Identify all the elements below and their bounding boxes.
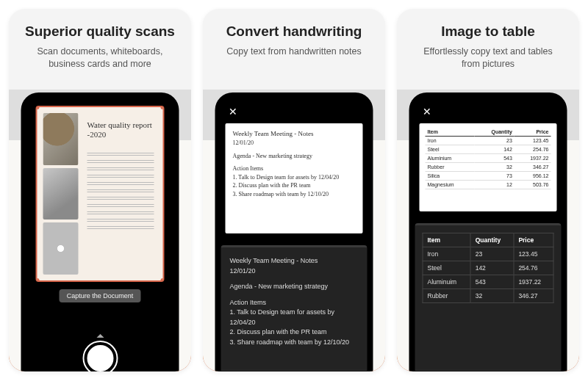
table-row: Rubber32346.27 — [426, 163, 551, 172]
doc-image-thumb — [43, 168, 79, 220]
table-row: Silica73956.12 — [426, 172, 551, 181]
extracted-table: Item Quantity Price Iron23123.45Steel142… — [423, 233, 554, 303]
cell-qty: 12 — [474, 181, 514, 189]
hw-item: 1. Talk to Design team for assets by 12/… — [233, 173, 356, 182]
cell-qty: 23 — [470, 247, 514, 261]
cell-price: 1937.22 — [514, 154, 551, 163]
shutter-button[interactable] — [84, 342, 116, 371]
screenshot-table: Image to table Effortlessly copy text an… — [397, 9, 579, 371]
hw-line: Weekly Team Meeting - Notes — [233, 130, 314, 137]
cell-qty: 23 — [474, 137, 514, 145]
camera-scan-view: Water quality report -2020 Capture the D… — [27, 100, 173, 371]
hw-item: 3. Share roadmap with team by 12/10/20 — [233, 190, 356, 199]
cell-price: 254.76 — [514, 261, 553, 275]
cell-price: 1937.22 — [514, 275, 553, 289]
cell-price: 123.45 — [514, 247, 553, 261]
source-table: Item Quantity Price Iron23123.45Steel142… — [426, 128, 551, 189]
hw-agenda: Agenda - New marketing strategy — [233, 152, 356, 161]
card-subtitle: Scan documents, whiteboards, business ca… — [21, 46, 179, 70]
cell-qty: 32 — [470, 289, 514, 303]
app-store-screenshots: Superior quality scans Scan documents, w… — [9, 9, 579, 371]
screenshot-scan: Superior quality scans Scan documents, w… — [9, 9, 191, 371]
conv-item: 1. Talk to Design team for assets by 12/… — [230, 308, 359, 327]
hw-date: 12/01/20 — [233, 139, 356, 148]
table-row: Aluminium5431937.22 — [426, 154, 551, 163]
card-header: Superior quality scans Scan documents, w… — [9, 9, 191, 90]
col-price: Price — [514, 233, 553, 247]
cell-item: Silica — [426, 172, 475, 181]
action-bar: Copy Share — [415, 370, 562, 371]
card-subtitle: Copy text from handwritten notes — [215, 46, 373, 58]
col-item: Item — [423, 233, 470, 247]
handwritten-note: Weekly Team Meeting - Notes 12/01/20 Age… — [226, 123, 363, 233]
document-thumbnails — [37, 107, 85, 280]
conv-item: 3. Share roadmap with team by 12/10/20 — [230, 338, 359, 348]
cell-price: 503.76 — [514, 181, 551, 189]
table-extract-view: ✕ Item Quantity Price Iron23123.45Steel1… — [415, 100, 562, 371]
converted-text-panel: Weekly Team Meeting - Notes 12/01/20 Age… — [221, 245, 368, 370]
table-row: Rubber32346.27 — [423, 289, 553, 303]
hw-section: Action Items — [233, 164, 356, 173]
conv-line: Weekly Team Meeting - Notes — [230, 256, 359, 266]
col-price: Price — [514, 128, 551, 137]
cell-item: Steel — [426, 145, 475, 154]
cell-item: Magnesium — [426, 181, 475, 189]
camera-controls: WHITEBOARD DOCUMENT BUSINESS CA — [27, 327, 173, 371]
phone-frame: Water quality report -2020 Capture the D… — [21, 92, 179, 371]
table-row: Steel142254.76 — [423, 261, 553, 275]
card-header: Image to table Effortlessly copy text an… — [397, 9, 579, 90]
extracted-table-panel: Item Quantity Price Iron23123.45Steel142… — [415, 223, 562, 370]
col-item: Item — [426, 128, 475, 137]
conv-section: Action Items — [230, 298, 359, 308]
capture-document-button[interactable]: Capture the Document — [60, 289, 141, 302]
conv-agenda: Agenda - New marketing strategy — [230, 282, 359, 292]
table-row: Aluminuim5431937.22 — [423, 275, 553, 289]
cell-item: Rubber — [423, 289, 470, 303]
card-header: Convert handwriting Copy text from handw… — [203, 9, 385, 90]
cell-qty: 32 — [474, 163, 514, 172]
cell-item: Iron — [426, 137, 475, 145]
table-row: Iron23123.45 — [426, 137, 551, 145]
source-table-image: Item Quantity Price Iron23123.45Steel142… — [420, 123, 557, 211]
card-title: Image to table — [409, 23, 567, 40]
cell-item: Aluminium — [426, 154, 475, 163]
phone-frame: ✕ Weekly Team Meeting - Notes 12/01/20 A… — [215, 92, 373, 371]
table-row: Iron23123.45 — [423, 247, 553, 261]
close-icon[interactable]: ✕ — [229, 106, 237, 117]
document-title: Water quality report -2020 — [87, 120, 154, 139]
cell-price: 123.45 — [514, 137, 551, 145]
cell-qty: 543 — [470, 275, 514, 289]
col-qty: Quantity — [470, 233, 514, 247]
action-bar: Copy Share — [221, 370, 368, 371]
cell-qty: 543 — [474, 154, 514, 163]
card-subtitle: Effortlessly copy text and tables from p… — [409, 46, 567, 70]
document-text: Water quality report -2020 — [85, 107, 163, 280]
cell-qty: 142 — [474, 145, 514, 154]
card-title: Convert handwriting — [215, 23, 373, 40]
col-qty: Quantity — [474, 128, 514, 137]
cell-item: Steel — [423, 261, 470, 275]
hw-item: 2. Discuss plan with the PR team — [233, 181, 356, 190]
conv-date: 12/01/20 — [230, 266, 359, 277]
close-icon[interactable]: ✕ — [423, 106, 431, 117]
cell-item: Aluminuim — [423, 275, 470, 289]
document-body — [87, 151, 154, 229]
doc-image-thumb — [43, 113, 79, 165]
cell-item: Iron — [423, 247, 470, 261]
cell-price: 956.12 — [514, 172, 551, 181]
handwriting-view: ✕ Weekly Team Meeting - Notes 12/01/20 A… — [221, 100, 368, 371]
cell-qty: 73 — [474, 172, 514, 181]
table-row: Steel142254.76 — [426, 145, 551, 154]
table-row: Magnesium12503.76 — [426, 181, 551, 189]
phone-frame: ✕ Item Quantity Price Iron23123.45Steel1… — [409, 92, 567, 371]
card-title: Superior quality scans — [21, 23, 179, 40]
chevron-up-icon[interactable] — [96, 334, 104, 338]
cell-price: 346.27 — [514, 289, 553, 303]
conv-item: 2. Discuss plan with the PR team — [230, 327, 359, 338]
screenshot-handwriting: Convert handwriting Copy text from handw… — [203, 9, 385, 371]
cell-price: 254.76 — [514, 145, 551, 154]
cell-item: Rubber — [426, 163, 475, 172]
scan-detection-frame: Water quality report -2020 — [36, 106, 165, 282]
cell-price: 346.27 — [514, 163, 551, 172]
doc-image-thumb — [43, 222, 79, 275]
